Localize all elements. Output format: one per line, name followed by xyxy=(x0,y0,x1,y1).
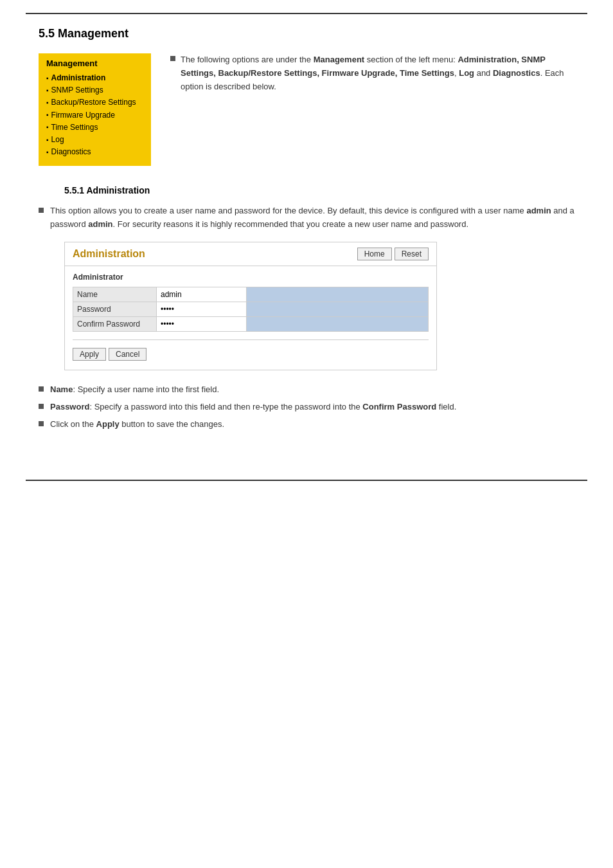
field-value-name xyxy=(157,287,247,302)
bottom-divider xyxy=(26,480,587,481)
intro-bullet-list: This option allows you to create a user … xyxy=(39,204,574,231)
field-value-confirm xyxy=(157,316,247,331)
admin-panel: Administration Home Reset Administrator … xyxy=(64,242,437,370)
page-container: 5.5 Management Management Administration… xyxy=(0,13,613,868)
nav-item-firmware[interactable]: Firmware Upgrade xyxy=(46,109,143,122)
bullet-icon-name xyxy=(39,386,44,392)
nav-menu: Management Administration SNMP Settings … xyxy=(39,53,151,166)
confirm-password-input[interactable] xyxy=(161,320,242,329)
nav-menu-list: Administration SNMP Settings Backup/Rest… xyxy=(46,72,143,158)
intro-bullet-item: This option allows you to create a user … xyxy=(39,204,574,231)
bottom-bullet-list: Name: Specify a user name into the first… xyxy=(39,383,574,431)
intro-paragraph: The following options are under the Mana… xyxy=(181,53,574,93)
name-input[interactable] xyxy=(161,290,242,299)
form-buttons: Apply Cancel xyxy=(73,345,429,363)
admin-panel-title: Administration xyxy=(73,248,145,260)
intro-text-container: The following options are under the Mana… xyxy=(170,53,574,93)
admin-panel-header: Administration Home Reset xyxy=(65,242,436,266)
password-input[interactable] xyxy=(161,305,242,314)
bullet-icon-password xyxy=(39,404,44,409)
bullet-apply: Click on the Apply button to save the ch… xyxy=(39,418,574,431)
field-value-password xyxy=(157,302,247,316)
field-label-name: Name xyxy=(73,287,157,302)
intro-bullet-text: This option allows you to create a user … xyxy=(50,204,574,231)
reset-button[interactable]: Reset xyxy=(395,248,429,260)
bullet-icon xyxy=(39,208,44,213)
bullet-name-text: Name: Specify a user name into the first… xyxy=(50,383,219,397)
nav-item-time[interactable]: Time Settings xyxy=(46,122,143,134)
field-spacer-confirm xyxy=(247,316,429,331)
field-spacer-password xyxy=(247,302,429,316)
nav-item-diagnostics[interactable]: Diagnostics xyxy=(46,146,143,158)
bullet-apply-text: Click on the Apply button to save the ch… xyxy=(50,418,224,431)
field-label-password: Password xyxy=(73,302,157,316)
nav-item-snmp[interactable]: SNMP Settings xyxy=(46,84,143,96)
table-row-confirm-password: Confirm Password xyxy=(73,316,429,331)
bullet-icon-apply xyxy=(39,421,44,426)
admin-body: Administrator Name Password xyxy=(65,266,436,370)
form-divider xyxy=(73,339,429,340)
nav-item-backup[interactable]: Backup/Restore Settings xyxy=(46,96,143,109)
content-area: 5.5 Management Management Administration… xyxy=(0,14,613,480)
table-row-name: Name xyxy=(73,287,429,302)
nav-item-log[interactable]: Log xyxy=(46,134,143,146)
subsection-title: 5.5.1 Administration xyxy=(64,185,574,195)
nav-item-administration[interactable]: Administration xyxy=(46,72,143,84)
apply-button[interactable]: Apply xyxy=(73,348,106,361)
admin-section-label: Administrator xyxy=(73,273,429,282)
nav-menu-title: Management xyxy=(46,59,143,68)
section-title: 5.5 Management xyxy=(39,27,574,41)
table-row-password: Password xyxy=(73,302,429,316)
bullet-name: Name: Specify a user name into the first… xyxy=(39,383,574,397)
home-button[interactable]: Home xyxy=(357,248,392,260)
cancel-button[interactable]: Cancel xyxy=(109,348,147,361)
bullet-icon xyxy=(170,56,175,61)
field-spacer-name xyxy=(247,287,429,302)
bullet-password: Password: Specify a password into this f… xyxy=(39,401,574,414)
admin-header-buttons: Home Reset xyxy=(357,248,429,260)
field-label-confirm: Confirm Password xyxy=(73,316,157,331)
admin-fields-table: Name Password xyxy=(73,287,429,332)
intro-flex: Management Administration SNMP Settings … xyxy=(39,53,574,166)
subsection-title-text: 5.5.1 Administration xyxy=(64,185,150,195)
bullet-password-text: Password: Specify a password into this f… xyxy=(50,401,456,414)
